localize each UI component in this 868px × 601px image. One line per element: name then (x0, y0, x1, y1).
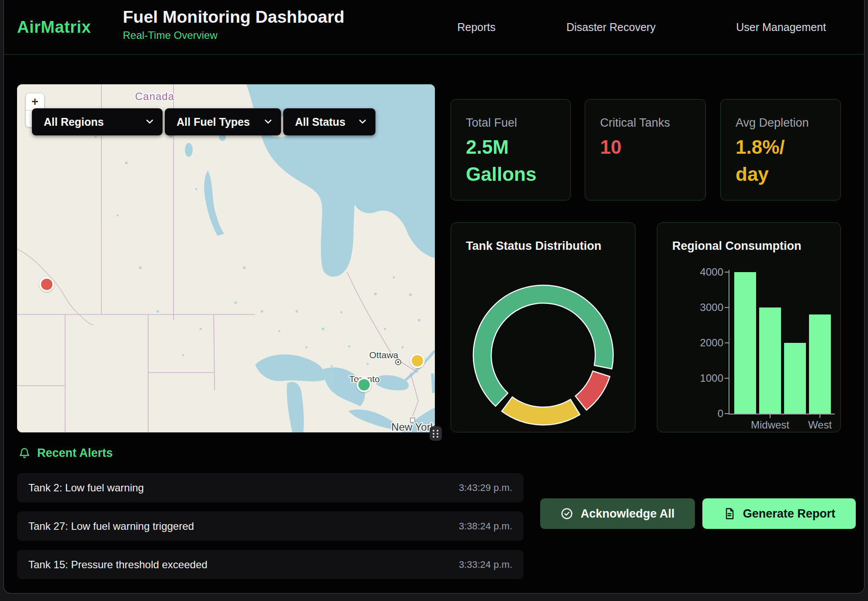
y-tick-label: 0 (675, 407, 723, 420)
region-filter-value: All Regions (44, 116, 104, 128)
y-tick-label: 2000 (675, 336, 723, 349)
region-filter-dropdown[interactable]: All Regions (32, 108, 163, 135)
stat-label: Total Fuel (466, 116, 570, 130)
stat-value-critical-tanks: 10 (600, 134, 705, 161)
regional-consumption-bar-chart: 01000200030004000MidwestWest (657, 223, 840, 432)
x-axis-line (729, 414, 835, 414)
chevron-down-icon (146, 120, 153, 124)
map-lake (185, 143, 193, 157)
x-tick-label: West (789, 419, 851, 431)
report-document-icon (723, 507, 736, 520)
y-tick-mark (725, 272, 729, 273)
alert-timestamp: 3:43:29 p.m. (459, 482, 512, 494)
chevron-down-icon (265, 120, 271, 124)
acknowledge-all-label: Acknowledge All (580, 507, 674, 521)
brand-logo: AirMatrix (17, 0, 91, 54)
tank-marker-normal[interactable] (357, 377, 372, 392)
tank-status-chart-card: Tank Status Distribution (451, 222, 635, 432)
y-tick-mark (725, 307, 729, 308)
generate-report-label: Generate Report (743, 507, 836, 521)
acknowledge-all-button[interactable]: Acknowledge All (540, 498, 695, 529)
y-tick-mark (725, 342, 729, 343)
bar-region-1 (734, 272, 756, 414)
stat-card-critical-tanks: Critical Tanks 10 (585, 99, 706, 200)
map-label-canada: Canada (135, 90, 174, 102)
tank-status-donut-chart (451, 223, 636, 433)
dashboard-window: AirMatrix Fuel Monitoring Dashboard Real… (3, 0, 865, 594)
alert-text: Tank 27: Low fuel warning triggered (28, 520, 194, 532)
page-subtitle: Real-Time Overview (123, 29, 344, 41)
y-tick-label: 3000 (675, 301, 723, 314)
y-tick-mark (725, 413, 729, 414)
stat-card-avg-depletion: Avg Depletion 1.8%/day (720, 99, 841, 200)
status-filter-dropdown[interactable]: All Status (283, 108, 375, 135)
donut-segment-warning (502, 397, 580, 425)
fuel-filter-value: All Fuel Types (177, 116, 250, 128)
alert-row[interactable]: Tank 2: Low fuel warning 3:43:29 p.m. (17, 473, 524, 502)
alert-row[interactable]: Tank 15: Pressure threshold exceeded 3:3… (17, 550, 524, 579)
tank-marker-critical[interactable] (39, 277, 54, 292)
check-circle-icon (560, 507, 573, 520)
y-axis-line (729, 270, 729, 414)
stat-value-total-fuel: 2.5M Gallons (466, 134, 551, 188)
map-canvas: Canada Ottawa Toronto New York (17, 84, 435, 432)
status-filter-value: All Status (295, 116, 345, 128)
generate-report-button[interactable]: Generate Report (702, 498, 856, 529)
nav-disaster-recovery[interactable]: Disaster Recovery (566, 0, 656, 54)
stat-value-avg-depletion: 1.8%/day (736, 134, 796, 188)
alert-text: Tank 2: Low fuel warning (28, 482, 144, 494)
bar-region-3 (784, 343, 806, 414)
bar-region-4 (809, 314, 831, 414)
alert-row[interactable]: Tank 27: Low fuel warning triggered 3:38… (17, 511, 524, 541)
x-tick-mark (819, 414, 820, 418)
y-tick-label: 1000 (675, 372, 723, 385)
stat-label: Critical Tanks (600, 116, 705, 130)
y-tick-label: 4000 (675, 266, 723, 279)
bar-region-2 (759, 307, 781, 414)
title-block: Fuel Monitoring Dashboard Real-Time Over… (123, 7, 344, 41)
header: AirMatrix Fuel Monitoring Dashboard Real… (4, 0, 864, 55)
map-panel[interactable]: Canada Ottawa Toronto New York + − All R… (17, 84, 435, 432)
alerts-header: Recent Alerts (18, 446, 113, 460)
alert-timestamp: 3:38:24 p.m. (459, 521, 512, 532)
page-title: Fuel Monitoring Dashboard (123, 7, 344, 27)
x-tick-mark (770, 414, 771, 418)
alerts-title: Recent Alerts (37, 446, 113, 460)
alert-timestamp: 3:33:24 p.m. (459, 559, 512, 570)
map-label-new-york: New York (391, 421, 435, 432)
alert-text: Tank 15: Pressure threshold exceeded (28, 559, 208, 571)
nav-user-management[interactable]: User Management (736, 0, 826, 54)
chevron-down-icon (359, 120, 366, 124)
stat-label: Avg Depletion (736, 116, 840, 130)
stat-card-total-fuel: Total Fuel 2.5M Gallons (451, 99, 571, 200)
regional-consumption-chart-card: Regional Consumption 01000200030004000Mi… (657, 222, 841, 432)
y-tick-mark (725, 378, 729, 379)
bell-icon (18, 447, 31, 460)
map-label-ottawa: Ottawa (369, 350, 399, 360)
donut-segment-critical (575, 371, 610, 410)
fuel-type-filter-dropdown[interactable]: All Fuel Types (165, 108, 281, 135)
nav-reports[interactable]: Reports (457, 0, 496, 54)
ottawa-city-marker (396, 359, 401, 365)
tank-marker-warning[interactable] (410, 353, 425, 368)
resize-drag-handle-icon[interactable] (430, 426, 442, 441)
